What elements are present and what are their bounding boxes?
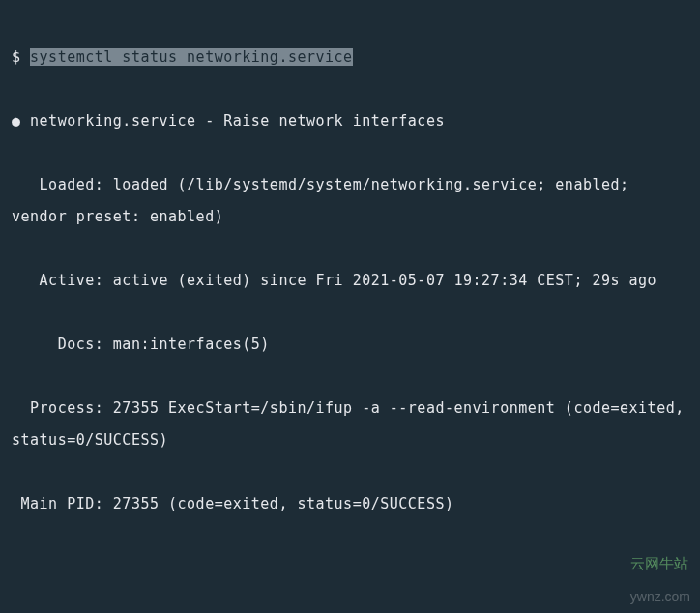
shell-prompt: $ <box>12 48 30 66</box>
loaded-line: Loaded: loaded (/lib/systemd/system/netw… <box>12 169 690 233</box>
terminal-window[interactable]: $ systemctl status networking.service ● … <box>0 0 700 613</box>
status-bullet-icon: ● <box>12 112 21 130</box>
blank-line <box>12 552 690 584</box>
status-title-line: ● networking.service - Raise network int… <box>12 105 690 137</box>
command-text: systemctl status networking.service <box>30 48 353 66</box>
mainpid-line: Main PID: 27355 (code=exited, status=0/S… <box>12 488 690 520</box>
command-line: $ systemctl status networking.service <box>12 42 690 73</box>
watermark-label: 云网牛站 <box>630 555 688 571</box>
service-title: networking.service - Raise network inter… <box>21 112 445 130</box>
watermark-url: ywnz.com <box>630 589 690 604</box>
docs-line: Docs: man:interfaces(5) <box>12 329 690 361</box>
watermark: 云网牛站 ywnz.com <box>623 540 690 605</box>
process-line: Process: 27355 ExecStart=/sbin/ifup -a -… <box>12 393 690 456</box>
active-line: Active: active (exited) since Fri 2021-0… <box>12 265 690 297</box>
